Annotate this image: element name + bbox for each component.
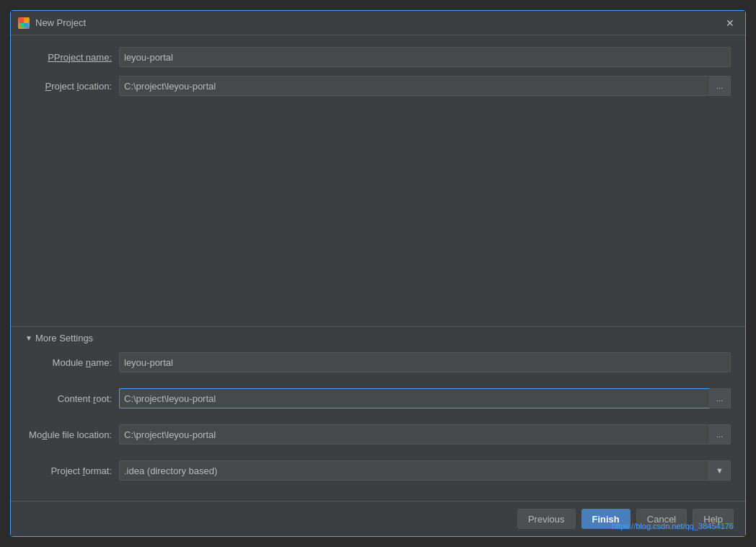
title-bar: New Project ✕	[11, 11, 745, 35]
content-root-row: Content root: ...	[25, 388, 731, 408]
content-spacer	[25, 105, 731, 326]
project-format-select[interactable]: .idea (directory based)	[119, 460, 709, 481]
new-project-dialog: New Project ✕ PProject name: Project loc…	[10, 10, 746, 537]
module-name-row: Module name:	[25, 352, 731, 372]
project-location-browse-button[interactable]: ...	[709, 76, 731, 96]
content-area: PProject name: Project location: ... ▼ M…	[11, 35, 745, 501]
project-format-label: Project format:	[25, 465, 119, 476]
module-file-location-row: Module file location: ...	[25, 424, 731, 445]
project-location-input[interactable]	[119, 76, 709, 96]
content-root-label: Content root:	[25, 393, 119, 404]
module-file-location-label: Module file location:	[25, 429, 119, 440]
app-icon	[18, 17, 30, 29]
module-file-location-input-group: ...	[119, 424, 731, 445]
more-settings-label: More Settings	[35, 333, 93, 343]
project-name-input[interactable]	[119, 47, 731, 67]
project-name-label: PProject name:	[25, 52, 119, 63]
module-name-label: Module name:	[25, 357, 119, 368]
module-file-location-browse-button[interactable]: ...	[709, 424, 731, 445]
more-settings-content: Module name: Content root: ... Module fi…	[25, 352, 731, 489]
expand-icon: ▼	[25, 334, 32, 342]
module-name-input[interactable]	[119, 352, 731, 372]
svg-rect-3	[24, 23, 28, 27]
bottom-bar: Previous Finish Cancel Help	[11, 501, 745, 536]
module-file-location-input[interactable]	[119, 424, 709, 445]
project-location-row: Project location: ...	[25, 76, 731, 96]
svg-rect-2	[19, 23, 24, 27]
close-button[interactable]: ✕	[722, 15, 738, 31]
project-format-row: Project format: .idea (directory based) …	[25, 460, 731, 481]
svg-rect-1	[24, 19, 28, 23]
project-name-row: PProject name:	[25, 47, 731, 67]
previous-button[interactable]: Previous	[517, 509, 576, 529]
dropdown-arrow-icon: ▼	[709, 460, 731, 481]
project-location-label: Project location:	[25, 81, 119, 92]
content-root-browse-button[interactable]: ...	[709, 388, 731, 408]
svg-rect-0	[19, 19, 24, 23]
content-root-input-group: ...	[119, 388, 731, 408]
more-settings-toggle[interactable]: ▼ More Settings	[25, 327, 731, 349]
dialog-title: New Project	[35, 17, 722, 28]
project-location-input-group: ...	[119, 76, 731, 96]
status-link[interactable]: https://blog.csdn.net/qq_38454176	[612, 522, 734, 530]
content-root-input[interactable]	[119, 388, 709, 408]
project-format-dropdown-group: .idea (directory based) ▼	[119, 460, 731, 481]
